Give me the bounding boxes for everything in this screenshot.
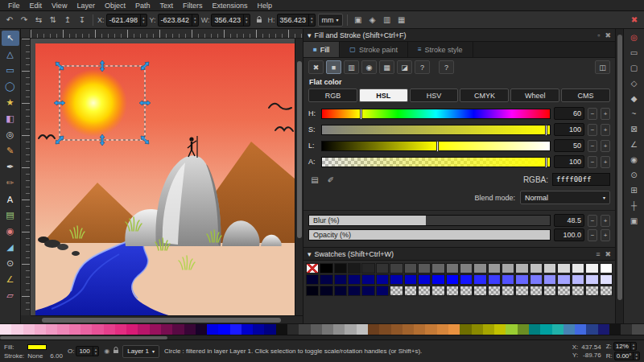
swatch[interactable] [600, 274, 613, 285]
swatch[interactable] [334, 263, 347, 274]
palette-scrollbar[interactable] [0, 335, 644, 339]
swatch[interactable] [488, 274, 501, 285]
swatch[interactable] [418, 263, 431, 274]
swatch[interactable] [585, 263, 598, 274]
tool-pencil[interactable]: ✎ [2, 143, 19, 158]
palette-color[interactable] [529, 324, 540, 335]
rgba-input[interactable]: ffff00ff [552, 173, 610, 186]
hue-slider[interactable] [321, 109, 551, 119]
lock-ratio-icon[interactable] [253, 14, 266, 27]
swatch[interactable] [557, 274, 570, 285]
swatch[interactable] [418, 286, 431, 296]
swatch[interactable] [404, 263, 417, 274]
swatch[interactable] [334, 274, 347, 285]
snap-bbox-icon[interactable]: ▭ [626, 46, 642, 60]
palette-color[interactable] [391, 324, 402, 335]
palette-color[interactable] [35, 324, 46, 335]
affect-gradient-icon[interactable]: ▥ [381, 14, 394, 27]
w-input[interactable]: 356.423 ▴▾ [211, 14, 250, 27]
palette-color[interactable] [264, 324, 275, 335]
swatch[interactable] [348, 263, 361, 274]
snap-enable-icon[interactable]: ◎ [626, 31, 642, 44]
mode-wheel[interactable]: Wheel [510, 88, 559, 102]
swatch[interactable] [431, 263, 444, 274]
swatch[interactable] [320, 274, 332, 285]
palette-color[interactable] [586, 324, 597, 335]
swatch[interactable] [446, 286, 459, 296]
flip-horizontal-icon[interactable]: ⇆ [32, 14, 45, 27]
blur-minus-button[interactable]: − [588, 215, 597, 227]
palette-color[interactable] [552, 324, 564, 335]
lightness-minus-button[interactable]: − [588, 140, 597, 152]
unknown-paint-icon[interactable]: ? [415, 60, 430, 74]
swatch[interactable] [446, 274, 459, 285]
color-palette-icon[interactable]: ▤ [308, 173, 321, 186]
snap-center-icon[interactable]: ⊙ [626, 168, 642, 182]
palette-color[interactable] [621, 324, 632, 335]
palette-color[interactable] [425, 324, 436, 335]
opacity-plus-button[interactable]: + [601, 229, 610, 241]
snap-guide-icon[interactable]: ┼ [626, 199, 642, 212]
palette-color[interactable] [287, 324, 299, 335]
swatch[interactable] [572, 286, 584, 296]
palette-color[interactable] [322, 324, 333, 335]
saturation-slider[interactable] [321, 125, 551, 135]
swatch[interactable] [361, 263, 374, 274]
menu-item[interactable]: Text [155, 2, 178, 10]
swatch[interactable] [390, 286, 402, 296]
affect-corners-icon[interactable]: ◈ [366, 14, 379, 27]
close-panel-icon[interactable]: ✖ [605, 31, 611, 39]
hue-plus-button[interactable]: + [601, 108, 610, 120]
tool-pen[interactable]: ✒ [2, 159, 19, 175]
hue-input[interactable]: 60 [554, 107, 584, 120]
alpha-slider[interactable] [321, 157, 551, 167]
raise-icon[interactable]: ↥ [61, 14, 74, 27]
saturation-plus-button[interactable]: + [601, 124, 610, 136]
zoom-input[interactable]: 12% ▴▾ [613, 342, 638, 351]
menu-item[interactable]: Filters [178, 2, 208, 10]
tool-dropper[interactable]: ◉ [2, 224, 19, 239]
tool-node-editor[interactable]: △ [2, 47, 19, 62]
swatch[interactable] [572, 263, 584, 274]
palette-color[interactable] [253, 324, 264, 335]
swatch[interactable] [390, 263, 402, 274]
palette-color[interactable] [150, 324, 161, 335]
palette-color[interactable] [207, 324, 218, 335]
palette-color[interactable] [345, 324, 356, 335]
blur-slider[interactable]: Blur (%) [308, 215, 551, 226]
palette-color[interactable] [242, 324, 253, 335]
snap-bbox-corner-icon[interactable]: ◇ [626, 76, 642, 90]
lower-icon[interactable]: ↧ [76, 14, 89, 27]
palette-color[interactable] [311, 324, 322, 335]
menu-item[interactable]: Help [252, 2, 277, 10]
palette-color[interactable] [196, 324, 207, 335]
sun-circle[interactable] [60, 69, 127, 137]
dock-scrollbar[interactable] [615, 29, 623, 323]
swatch[interactable] [361, 286, 374, 296]
units-dropdown[interactable]: mm▾ [318, 14, 343, 27]
swatch[interactable] [502, 274, 514, 285]
swatch[interactable] [320, 263, 332, 274]
palette-color[interactable] [448, 324, 460, 335]
rotate-ccw-icon[interactable]: ↶ [3, 14, 16, 27]
mode-cms[interactable]: CMS [561, 88, 610, 102]
palette-color[interactable] [564, 324, 575, 335]
swatch[interactable] [543, 274, 556, 285]
swatch[interactable] [543, 263, 556, 274]
swatch[interactable] [488, 263, 501, 274]
palette-color[interactable] [368, 324, 379, 335]
blend-mode-select[interactable]: Normal ▾ [520, 191, 610, 204]
swatch[interactable] [502, 286, 514, 296]
tool-rectangle[interactable]: ▭ [2, 63, 19, 78]
saturation-input[interactable]: 100 [554, 123, 584, 136]
swatch[interactable] [502, 263, 514, 274]
swatch[interactable] [473, 286, 486, 296]
palette-color[interactable] [575, 324, 586, 335]
pattern-icon[interactable]: ▦ [379, 60, 394, 74]
close-panel-icon[interactable]: ✖ [605, 250, 611, 258]
palette-color[interactable] [598, 324, 609, 335]
snap-path-icon[interactable]: ~ [626, 107, 642, 121]
palette-color[interactable] [506, 324, 517, 335]
menu-item[interactable]: Extensions [207, 2, 252, 10]
palette-color[interactable] [540, 324, 551, 335]
